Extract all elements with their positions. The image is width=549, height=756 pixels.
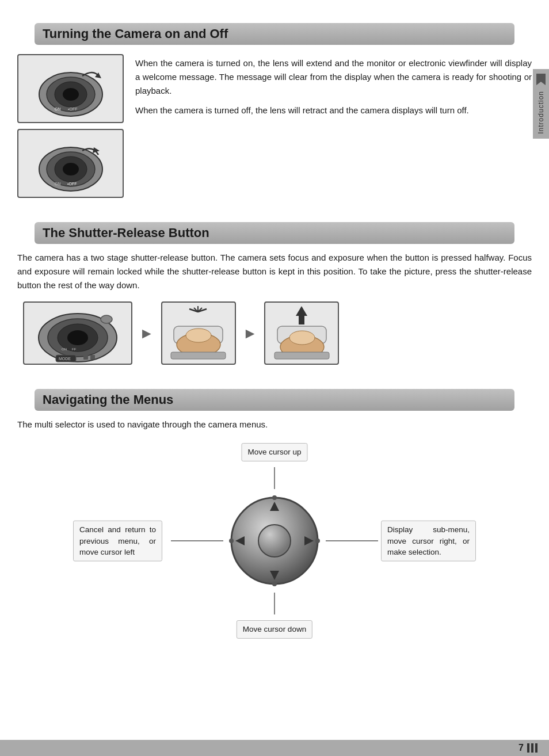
- svg-point-4: [63, 88, 79, 101]
- svg-text:ON: ON: [55, 107, 61, 111]
- label-left-text: Cancel and return to previous menu, or m…: [79, 525, 156, 556]
- svg-text:•OFF: •OFF: [67, 182, 77, 186]
- sidebar-tab: Introduction: [533, 69, 549, 139]
- svg-rect-37: [299, 316, 304, 324]
- svg-point-50: [315, 539, 320, 543]
- camera-off-image: ON •OFF: [17, 129, 124, 198]
- bottom-bar: 7: [0, 740, 549, 756]
- camera-off-drawing: ON •OFF: [25, 135, 117, 192]
- label-down-text: Move cursor down: [243, 625, 306, 633]
- svg-point-39: [289, 331, 315, 345]
- svg-point-11: [63, 163, 79, 175]
- section-shutter: The Shutter-Release Button The camera ha…: [17, 212, 532, 365]
- nav-diagram: Move cursor up Move cursor down Cancel a…: [73, 443, 476, 639]
- half-press-drawing: [162, 303, 234, 364]
- page-line-1: [527, 743, 529, 753]
- svg-point-21: [101, 315, 112, 323]
- svg-text:ON: ON: [55, 182, 61, 186]
- section-navigate: Navigating the Menus The multi selector …: [17, 379, 532, 639]
- section3-title: Navigating the Menus: [43, 392, 173, 407]
- section1-text2: When the camera is turned off, the lens …: [135, 104, 532, 117]
- label-up-text: Move cursor up: [247, 448, 301, 456]
- section-turn-on-off: Turning the Camera on and Off ON •OFF: [17, 12, 532, 198]
- camera-on-image: ON •OFF: [17, 54, 124, 123]
- label-down-box: Move cursor down: [237, 620, 312, 639]
- page-line-2: [531, 743, 533, 753]
- label-right-text: Display sub-menu, move cursor right, or …: [387, 525, 470, 556]
- section1-header: Turning the Camera on and Off: [35, 23, 514, 45]
- full-press-drawing: [266, 303, 338, 364]
- section2-title: The Shutter-Release Button: [43, 226, 209, 240]
- svg-point-47: [272, 495, 277, 500]
- section3-header: Navigating the Menus: [35, 389, 514, 411]
- svg-marker-36: [296, 306, 307, 316]
- multi-selector-svg: [223, 489, 326, 593]
- svg-rect-24: [83, 355, 88, 360]
- label-left-box: Cancel and return to previous menu, or m…: [73, 521, 162, 562]
- shutter-camera-drawing: MODE ON FF: [26, 303, 129, 364]
- shutter-camera-image: MODE ON FF: [23, 301, 132, 365]
- svg-text:•OFF: •OFF: [68, 107, 77, 111]
- svg-point-18: [67, 330, 88, 345]
- section1-title: Turning the Camera on and Off: [43, 26, 228, 41]
- arrow1: ►: [139, 324, 154, 342]
- shutter-diagram: MODE ON FF ►: [23, 301, 526, 365]
- full-press-image: [264, 301, 339, 365]
- section2-header: The Shutter-Release Button: [35, 222, 514, 244]
- arrow2: ►: [243, 324, 258, 342]
- section1-text-block: When the camera is turned on, the lens w…: [135, 54, 532, 123]
- svg-text:MODE: MODE: [59, 357, 71, 361]
- svg-point-48: [272, 582, 277, 586]
- svg-text:ON: ON: [62, 348, 67, 351]
- label-right-box: Display sub-menu, move cursor right, or …: [381, 521, 476, 562]
- svg-text:FF: FF: [72, 348, 77, 351]
- camera-on-off-images: ON •OFF ON •OFF: [17, 54, 124, 198]
- svg-rect-40: [274, 352, 329, 359]
- svg-point-33: [186, 329, 211, 342]
- svg-marker-0: [536, 74, 546, 85]
- svg-point-42: [258, 525, 291, 557]
- section1-text1: When the camera is turned on, the lens w…: [135, 56, 532, 98]
- label-up-box: Move cursor up: [241, 443, 307, 461]
- section3-intro: The multi selector is used to navigate t…: [17, 418, 532, 432]
- sidebar-label: Introduction: [537, 91, 545, 134]
- page-lines-decoration: [527, 743, 537, 753]
- page-line-3: [535, 743, 537, 753]
- svg-rect-34: [171, 352, 226, 359]
- svg-rect-25: [90, 355, 95, 360]
- half-press-image: [161, 301, 236, 365]
- page-number: 7: [518, 743, 524, 753]
- section2-body: The camera has a two stage shutter-relea…: [17, 251, 532, 292]
- bookmark-icon: [535, 74, 547, 85]
- svg-point-49: [229, 539, 234, 543]
- camera-on-drawing: ON •OFF: [25, 60, 117, 117]
